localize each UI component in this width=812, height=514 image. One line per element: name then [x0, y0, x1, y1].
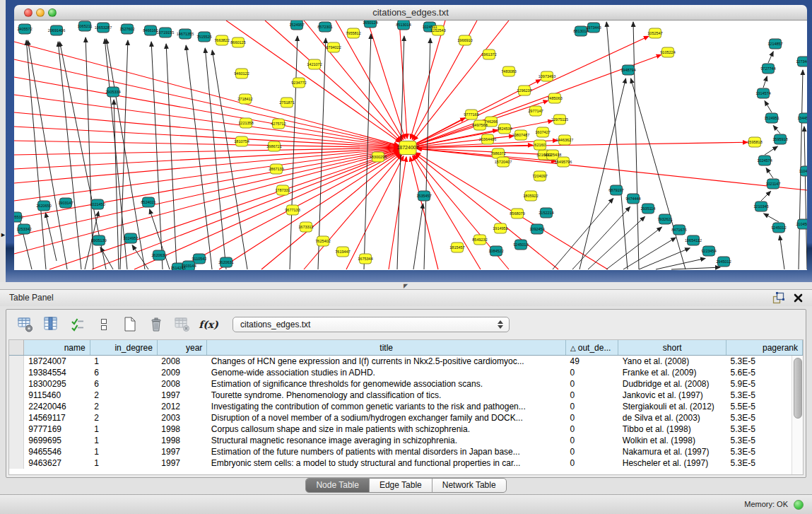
table-cell[interactable]: 2: [90, 390, 157, 401]
table-cell[interactable]: 18300295: [24, 378, 90, 390]
table-cell[interactable]: Jankovic et al. (1997): [618, 390, 726, 401]
network-edge[interactable]: [763, 76, 767, 88]
network-edge[interactable]: [166, 44, 177, 269]
table-cell[interactable]: 1: [90, 435, 157, 446]
table-settings-icon[interactable]: [16, 315, 35, 334]
tab-edge-table[interactable]: Edge Table: [370, 479, 433, 492]
network-edge[interactable]: [768, 52, 773, 63]
network-edge[interactable]: [773, 126, 780, 134]
network-edge[interactable]: [100, 247, 113, 269]
table-row[interactable]: 911546021997Tourette syndrome. Phenomeno…: [9, 390, 803, 401]
column-header-short[interactable]: short: [618, 340, 726, 356]
table-cell[interactable]: 1: [90, 457, 157, 469]
column-header-pagerank[interactable]: pagerank: [726, 340, 803, 356]
table-cell[interactable]: 1997: [157, 390, 207, 401]
table-cell[interactable]: 2: [90, 401, 157, 412]
table-row[interactable]: 1830029562008Estimation of significance …: [9, 378, 803, 390]
table-cell[interactable]: Franke et al. (2009): [618, 367, 726, 378]
table-cell[interactable]: 0: [566, 378, 618, 390]
tab-node-table[interactable]: Node Table: [306, 479, 370, 492]
network-edge[interactable]: [553, 199, 613, 270]
table-header-row[interactable]: namein_degreeyeartitle△out_de...shortpag…: [9, 340, 803, 356]
network-edge[interactable]: [318, 38, 326, 269]
table-row[interactable]: 946554611997Estimation of the future num…: [9, 446, 803, 457]
table-cell[interactable]: 0: [566, 446, 618, 457]
table-row[interactable]: 1456911722003Disruption of a novel membe…: [9, 412, 803, 424]
table-cell[interactable]: 2: [90, 412, 157, 424]
table-cell[interactable]: 0: [566, 367, 618, 378]
network-edge[interactable]: [764, 214, 779, 222]
network-edge[interactable]: [804, 127, 807, 269]
network-edge[interactable]: [417, 148, 807, 190]
table-cell[interactable]: 9465546: [24, 446, 90, 457]
column-header-title[interactable]: title: [207, 340, 566, 356]
table-cell[interactable]: Estimation of significance thresholds fo…: [207, 378, 566, 390]
table-cell[interactable]: 1997: [157, 446, 207, 457]
network-edge[interactable]: [761, 191, 771, 201]
table-cell[interactable]: de Silva et al. (2003): [618, 412, 726, 424]
table-cell[interactable]: Stergiakouli et al. (2012): [618, 401, 726, 412]
table-cell[interactable]: Disruption of a novel member of a sodium…: [207, 412, 566, 424]
network-edge[interactable]: [413, 204, 423, 269]
table-row[interactable]: 977716911998Corpus callosum shape and si…: [9, 424, 803, 435]
table-cell[interactable]: Changes of HCN gene expression and I(f) …: [207, 356, 566, 368]
column-header-name[interactable]: name: [24, 340, 90, 356]
table-cell[interactable]: 0: [566, 412, 618, 424]
column-header-out_de[interactable]: △out_de...: [566, 340, 618, 356]
table-cell[interactable]: Investigating the contribution of common…: [207, 401, 566, 412]
table-cell[interactable]: Tourette syndrome. Phenomenology and cla…: [207, 390, 566, 401]
table-cell[interactable]: 49: [566, 356, 618, 368]
table-row[interactable]: 2242004622012Investigating the contribut…: [9, 401, 803, 412]
table-cell[interactable]: 22420046: [24, 401, 90, 412]
network-edge[interactable]: [92, 151, 399, 269]
network-edge[interactable]: [346, 156, 404, 269]
table-cell[interactable]: 0: [566, 401, 618, 412]
vertical-scrollbar[interactable]: [792, 356, 803, 474]
table-cell[interactable]: Nakamura et al. (1997): [618, 446, 726, 457]
table-cell[interactable]: 1998: [157, 435, 207, 446]
citation-network-graph[interactable]: 1872400718300295240557220691406106521110…: [14, 21, 807, 270]
network-edge[interactable]: [410, 157, 438, 269]
table-cell[interactable]: Estimation of the future numbers of pati…: [207, 446, 566, 457]
table-row[interactable]: 1872400712008Changes of HCN gene express…: [9, 356, 803, 368]
create-table-icon[interactable]: [121, 315, 139, 334]
table-cell[interactable]: Embryonic stem cells: a model to study s…: [207, 457, 566, 469]
network-edge[interactable]: [114, 100, 119, 269]
table-cell[interactable]: 9777169: [24, 424, 90, 435]
table-cell[interactable]: Dudbridge et al. (2008): [618, 378, 726, 390]
table-cell[interactable]: 0: [566, 424, 618, 435]
network-edge[interactable]: [766, 168, 773, 178]
network-edge[interactable]: [14, 149, 399, 218]
table-cell[interactable]: 0: [566, 435, 618, 446]
table-cell[interactable]: 9463627: [24, 457, 90, 469]
table-cell[interactable]: 2012: [157, 401, 207, 412]
table-cell[interactable]: 1: [90, 446, 157, 457]
table-cell[interactable]: 19384554: [24, 367, 90, 378]
table-cell[interactable]: Structural magnetic resonance image aver…: [207, 435, 566, 446]
table-cell[interactable]: Hescheler et al. (1997): [618, 457, 726, 469]
table-cell[interactable]: 0: [566, 390, 618, 401]
table-cell[interactable]: 1998: [157, 424, 207, 435]
panel-divider[interactable]: ◤: [0, 282, 812, 289]
network-edge[interactable]: [14, 77, 399, 146]
table-cell[interactable]: Wolkin et al. (1998): [618, 435, 726, 446]
network-edge[interactable]: [413, 156, 481, 269]
network-edge[interactable]: [212, 50, 247, 269]
table-cell[interactable]: Genome-wide association studies in ADHD.: [207, 367, 566, 378]
table-cell[interactable]: 14569117: [24, 412, 90, 424]
table-cell[interactable]: 2009: [157, 367, 207, 378]
network-edge[interactable]: [408, 148, 546, 155]
delete-table-icon[interactable]: [147, 315, 165, 334]
table-cell[interactable]: 18724007: [24, 356, 90, 368]
network-edge[interactable]: [765, 146, 777, 155]
table-cell[interactable]: 2008: [157, 356, 207, 368]
table-cell[interactable]: Corpus callosum shape and size in male p…: [207, 424, 566, 435]
show-columns-icon[interactable]: [42, 315, 61, 334]
table-cell[interactable]: 0: [566, 457, 618, 469]
table-cell[interactable]: 9115460: [24, 390, 90, 401]
network-window-titlebar[interactable]: citations_edges.txt: [14, 5, 807, 21]
column-header-in_degree[interactable]: in_degree: [90, 340, 157, 356]
network-window[interactable]: citations_edges.txt 18724007183002952405…: [6, 0, 812, 282]
table-cell[interactable]: Tibbo et al. (1998): [618, 424, 726, 435]
table-cell[interactable]: 1: [90, 424, 157, 435]
